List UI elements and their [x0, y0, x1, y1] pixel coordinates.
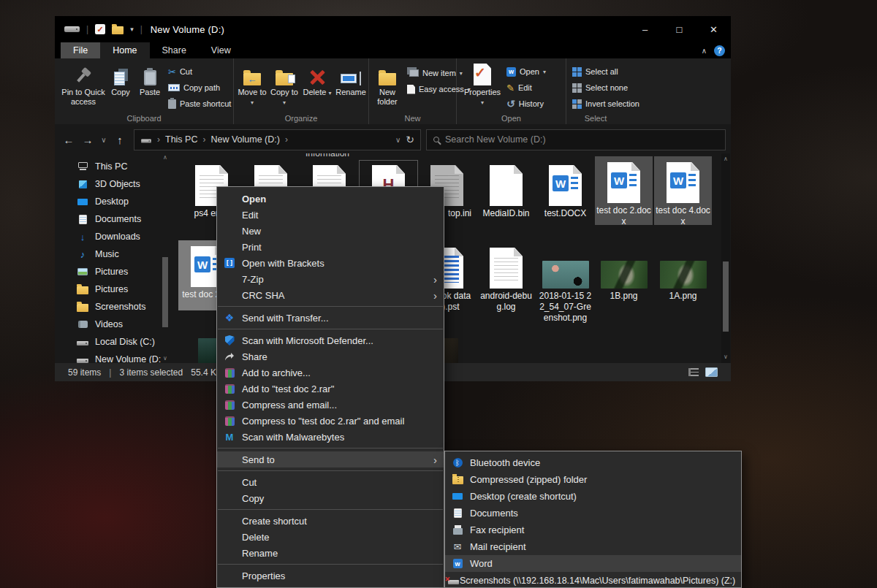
menu-item-rename[interactable]: Rename	[217, 545, 444, 561]
submenu-item-word[interactable]: wWord	[445, 555, 741, 572]
scroll-down-icon[interactable]: ∨	[161, 354, 170, 363]
menu-item-properties[interactable]: Properties	[217, 568, 444, 584]
sidebar-item-videos[interactable]: Videos	[55, 316, 170, 333]
menu-item-crc-sha[interactable]: CRC SHA›	[217, 287, 444, 303]
file-tile[interactable]: W test.DOCX	[536, 159, 594, 219]
up-button[interactable]: ↑	[110, 134, 129, 146]
collapse-ribbon-icon[interactable]: ∧	[702, 47, 707, 55]
search-box[interactable]	[426, 129, 726, 150]
main-scrollbar[interactable]: ∧ ∨	[721, 153, 730, 363]
copy-path-button[interactable]: Copy path	[168, 80, 220, 95]
tab-view[interactable]: View	[199, 42, 243, 58]
sidebar-item-pictures-folder[interactable]: Pictures	[55, 280, 170, 298]
sidebar-item-pictures[interactable]: Pictures	[55, 263, 170, 280]
menu-item-send-to[interactable]: Send to›	[217, 451, 444, 467]
menu-item-send-with-transfer[interactable]: ❖Send with Transfer...	[217, 310, 444, 326]
forward-button[interactable]: →	[78, 134, 97, 146]
file-tile[interactable]: 1A.png	[654, 242, 712, 302]
scroll-up-icon[interactable]: ∧	[721, 155, 730, 164]
copy-button[interactable]: Copy	[106, 62, 135, 97]
sidebar-item-music[interactable]: ♪Music	[55, 245, 170, 263]
address-dropdown-icon[interactable]: ∨	[395, 136, 400, 144]
help-icon[interactable]: ?	[714, 45, 725, 56]
menu-item-share[interactable]: Share	[217, 348, 444, 364]
menu-item-delete[interactable]: Delete	[217, 529, 444, 545]
invert-selection-button[interactable]: Invert selection	[572, 96, 639, 111]
title-bar[interactable]: | ✓ ▾ | New Volume (D:) – □ ✕	[55, 16, 731, 42]
submenu-item-zipped-folder[interactable]: Compressed (zipped) folder	[445, 471, 741, 488]
submenu-item-mail-recipient[interactable]: ✉Mail recipient	[445, 538, 741, 555]
cut-button[interactable]: ✂ Cut	[168, 64, 192, 79]
menu-item-compress-to-rar-and-email[interactable]: Compress to "test doc 2.rar" and email	[217, 413, 444, 429]
maximize-button[interactable]: □	[662, 16, 696, 42]
file-tile[interactable]: 1B.png	[595, 242, 653, 302]
submenu-item-bluetooth[interactable]: ᛒBluetooth device	[445, 454, 741, 471]
sidebar-item-3d-objects[interactable]: 3D Objects	[55, 175, 170, 193]
new-item-button[interactable]: New item ▾	[407, 66, 463, 80]
menu-item-add-to-archive[interactable]: Add to archive...	[217, 364, 444, 381]
scroll-down-icon[interactable]: ∨	[721, 353, 730, 362]
sidebar-item-documents[interactable]: Documents	[55, 210, 170, 228]
scroll-up-icon[interactable]: ∧	[161, 153, 170, 162]
refresh-icon[interactable]: ↻	[406, 134, 414, 145]
menu-item-cut[interactable]: Cut	[217, 474, 444, 490]
tab-share[interactable]: Share	[150, 42, 199, 58]
menu-item-create-shortcut[interactable]: Create shortcut	[217, 513, 444, 529]
submenu-item-documents[interactable]: Documents	[445, 505, 741, 522]
history-button[interactable]: ↺ History	[506, 96, 544, 111]
menu-item-edit[interactable]: Edit	[217, 207, 444, 223]
menu-item-7-zip[interactable]: 7-Zip›	[217, 271, 444, 287]
copy-to-button[interactable]: Copy to ▾	[269, 62, 300, 107]
delete-button[interactable]: Delete ▾	[301, 62, 333, 98]
sidebar-item-downloads[interactable]: ↓Downloads	[55, 228, 170, 245]
close-button[interactable]: ✕	[696, 16, 731, 42]
select-all-button[interactable]: Select all	[572, 64, 618, 79]
qat-customize-icon[interactable]: ▾	[130, 26, 134, 33]
edit-button[interactable]: ✎ Edit	[506, 80, 532, 95]
breadcrumb-current[interactable]: New Volume (D:)	[210, 134, 279, 145]
back-button[interactable]: ←	[59, 134, 78, 146]
sidebar-item-screenshots[interactable]: Screenshots	[55, 298, 170, 316]
search-input[interactable]	[445, 134, 718, 145]
menu-item-open-with-brackets[interactable]: []Open with Brackets	[217, 255, 444, 271]
recent-locations-icon[interactable]: ∨	[97, 136, 110, 144]
rename-button[interactable]: Rename	[333, 62, 368, 97]
breadcrumb-this-pc[interactable]: This PC	[165, 134, 197, 145]
submenu-item-screenshots-network[interactable]: Screenshots (\\192.168.18.14\Mac\Users\f…	[445, 572, 741, 588]
file-tile-selected[interactable]: W test doc 2.docx	[595, 156, 653, 225]
sidebar-item-local-disk-c[interactable]: Local Disk (C:)	[55, 333, 170, 351]
paste-shortcut-button[interactable]: Paste shortcut	[168, 96, 231, 111]
menu-item-add-to-rar[interactable]: Add to "test doc 2.rar"	[217, 381, 444, 397]
sidebar-item-this-pc[interactable]: This PC	[55, 158, 170, 175]
open-button[interactable]: w Open ▾	[506, 64, 546, 79]
menu-item-scan-with-malwarebytes[interactable]: MScan with Malwarebytes	[217, 429, 444, 445]
properties-button[interactable]: ✓ Properties▾	[461, 62, 504, 107]
large-icons-view-icon[interactable]	[705, 367, 718, 377]
file-tile[interactable]: 2018-01-15 22_54_07-Greenshot.png	[536, 242, 594, 324]
properties-qat-icon[interactable]: ✓	[95, 24, 105, 34]
address-bar[interactable]: › This PC › New Volume (D:) › ∨ ↻	[134, 129, 421, 150]
details-view-icon[interactable]	[688, 368, 699, 376]
paste-button[interactable]: Paste	[134, 62, 166, 97]
menu-item-print[interactable]: Print	[217, 239, 444, 255]
new-folder-qat-icon[interactable]	[112, 26, 124, 34]
minimize-button[interactable]: –	[628, 16, 662, 42]
select-none-button[interactable]: Select none	[572, 80, 628, 95]
file-tile[interactable]: MediaID.bin	[477, 159, 535, 219]
new-folder-button[interactable]: New folder	[371, 62, 404, 107]
pin-to-quick-access-button[interactable]: Pin to Quick access	[59, 62, 107, 107]
scrollbar-thumb[interactable]	[162, 257, 168, 327]
menu-item-open[interactable]: Open	[217, 191, 444, 207]
tab-home[interactable]: Home	[100, 42, 149, 58]
tab-file[interactable]: File	[61, 42, 100, 58]
sidebar-scrollbar[interactable]: ∧ ∨	[161, 153, 170, 363]
scrollbar-thumb[interactable]	[723, 261, 729, 332]
menu-item-new[interactable]: New	[217, 223, 444, 239]
file-tile-selected[interactable]: W test doc 4.docx	[654, 156, 712, 225]
submenu-item-desktop-shortcut[interactable]: Desktop (create shortcut)	[445, 488, 741, 505]
group-header[interactable]: Information	[305, 153, 349, 159]
sidebar-item-new-volume-d[interactable]: New Volume (D:	[55, 351, 170, 363]
menu-item-compress-and-email[interactable]: Compress and email...	[217, 397, 444, 413]
submenu-item-fax-recipient[interactable]: Fax recipient	[445, 522, 741, 538]
file-tile[interactable]: android-debug.log	[477, 242, 535, 313]
